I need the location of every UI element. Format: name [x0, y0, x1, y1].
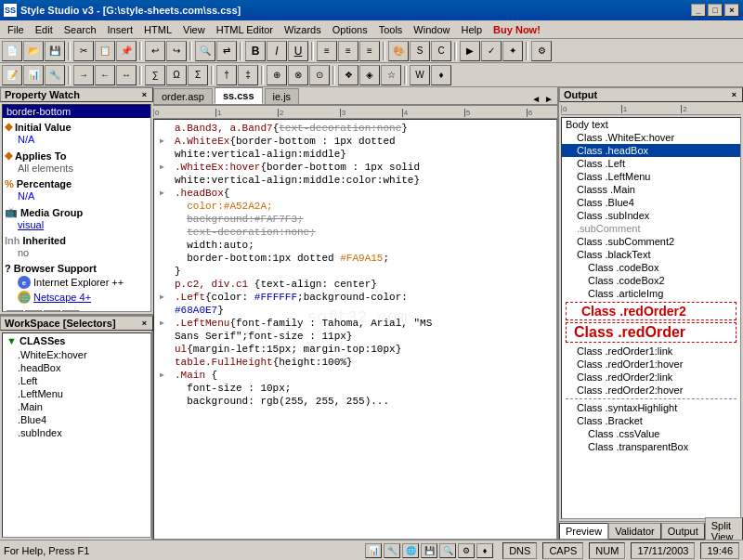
tb-align-left[interactable]: ≡	[317, 41, 337, 61]
oc-redorder1hover[interactable]: Class .redOrder1:hover	[562, 358, 740, 371]
oc-codebox[interactable]: Class .codeBox	[562, 261, 740, 274]
tb-class[interactable]: C	[431, 41, 451, 61]
tb-new[interactable]: 📄	[2, 41, 22, 61]
status-tb-4[interactable]: 💾	[421, 543, 437, 558]
oc-subindex[interactable]: Class .subIndex	[562, 209, 740, 222]
tb-open[interactable]: 📂	[23, 41, 44, 61]
menu-window[interactable]: Window	[408, 22, 455, 37]
tb2-2[interactable]: 📊	[23, 65, 44, 85]
tb2-17[interactable]: ☆	[381, 65, 401, 85]
tb-search[interactable]: 🔍	[195, 41, 215, 61]
oc-redorder2[interactable]: Class .redOrder2	[567, 303, 736, 319]
ob-tab-output[interactable]: Output	[661, 523, 705, 540]
oc-cssvalue[interactable]: Class .cssValue	[562, 427, 740, 440]
tb-settings[interactable]: ⚙	[531, 41, 552, 61]
tb2-8[interactable]: Ω	[166, 65, 187, 85]
editor-nav-left[interactable]: ◄	[531, 94, 541, 104]
status-tb-1[interactable]: 📊	[365, 543, 382, 558]
tb-bold[interactable]: B	[245, 41, 266, 61]
oc-transparentbox[interactable]: Class .transparentBox	[562, 440, 740, 453]
ws-item-main[interactable]: .Main	[3, 400, 150, 413]
ob-tab-preview[interactable]: Preview	[559, 523, 608, 540]
tb-align-center[interactable]: ≡	[338, 41, 358, 61]
ws-item-headbox[interactable]: .headBox	[3, 361, 150, 374]
oc-bracket[interactable]: Class .Bracket	[562, 414, 740, 427]
tb2-3[interactable]: 🔧	[45, 65, 65, 85]
tb2-5[interactable]: ←	[95, 65, 115, 85]
minimize-button[interactable]: _	[691, 4, 706, 17]
menu-options[interactable]: Options	[327, 22, 373, 37]
property-watch-close[interactable]: ×	[140, 90, 149, 99]
menu-tools[interactable]: Tools	[373, 22, 409, 37]
menu-html-editor[interactable]: HTML Editor	[211, 22, 279, 37]
tb2-9[interactable]: Σ	[188, 65, 208, 85]
tb-replace[interactable]: ⇄	[216, 41, 237, 61]
menu-insert[interactable]: Insert	[102, 22, 139, 37]
maximize-button[interactable]: □	[708, 4, 723, 17]
oc-redorder2hover[interactable]: Class .redOrder2:hover	[562, 384, 740, 397]
tb-undo[interactable]: ↩	[145, 41, 165, 61]
oc-syntaxhighlight[interactable]: Class .syntaxHighlight	[562, 401, 740, 414]
status-tb-2[interactable]: 🔧	[384, 543, 400, 558]
tb-validate[interactable]: ✓	[481, 41, 502, 61]
tb2-1[interactable]: 📝	[2, 65, 22, 85]
tb2-6[interactable]: ↔	[116, 65, 137, 85]
oc-redorder2link[interactable]: Class .redOrder2:link	[562, 371, 740, 384]
oc-articleimg[interactable]: Class .articleImg	[562, 287, 740, 300]
tb2-15[interactable]: ❖	[338, 65, 358, 85]
menu-search[interactable]: Search	[59, 22, 102, 37]
menu-help[interactable]: Help	[455, 22, 488, 37]
status-tb-5[interactable]: 🔍	[439, 543, 456, 558]
oc-whiteex-hover[interactable]: Class .WhiteEx:hover	[562, 131, 740, 144]
tb-underline[interactable]: U	[288, 41, 308, 61]
tb2-14[interactable]: ⊙	[309, 65, 330, 85]
tb-preview[interactable]: ▶	[460, 41, 480, 61]
oc-redorder[interactable]: Class .redOrder	[567, 323, 736, 342]
oc-leftmenu[interactable]: Class .LeftMenu	[562, 170, 740, 183]
oc-blacktext[interactable]: Class .blackText	[562, 248, 740, 261]
workspace-root[interactable]: ▼ CLASSes	[3, 333, 150, 348]
tb-color[interactable]: 🎨	[388, 41, 409, 61]
tb-wizard[interactable]: ✦	[502, 41, 523, 61]
status-tb-6[interactable]: ⚙	[458, 543, 475, 558]
window-controls[interactable]: _ □ ×	[691, 4, 739, 17]
tb-align-right[interactable]: ≡	[359, 41, 380, 61]
menu-buy-now[interactable]: Buy Now!	[488, 22, 546, 37]
output-close[interactable]: ×	[730, 90, 738, 99]
tb-style[interactable]: S	[410, 41, 430, 61]
ws-item-blue4[interactable]: .Blue4	[3, 413, 150, 426]
ws-item-leftmenu[interactable]: .LeftMenu	[3, 387, 150, 400]
oc-body-text[interactable]: Body text	[562, 118, 740, 131]
tab-order-asp[interactable]: order.asp	[153, 88, 213, 104]
oc-subcomment2[interactable]: Class .subComment2	[562, 235, 740, 248]
menu-wizards[interactable]: Wizards	[279, 22, 327, 37]
tb2-12[interactable]: ⊕	[267, 65, 287, 85]
tb-save[interactable]: 💾	[45, 41, 65, 61]
pw-icon-4[interactable]: 💬	[62, 310, 79, 312]
workspace-close[interactable]: ×	[140, 319, 149, 328]
menu-edit[interactable]: Edit	[30, 22, 59, 37]
oc-blue4[interactable]: Class .Blue4	[562, 196, 740, 209]
ob-tab-validator[interactable]: Validator	[608, 523, 661, 540]
tb-copy[interactable]: 📋	[95, 41, 115, 61]
tb-italic[interactable]: I	[267, 41, 287, 61]
menu-file[interactable]: File	[2, 22, 30, 37]
oc-redorder1link[interactable]: Class .redOrder1:link	[562, 345, 740, 358]
code-editor[interactable]: soft32.com a.Band3, a.Band7{text-decorat…	[153, 119, 557, 540]
ws-item-whiteex[interactable]: .WhiteEx:hover	[3, 348, 150, 361]
tb2-11[interactable]: ‡	[238, 65, 258, 85]
oc-codebox2[interactable]: Class .codeBox2	[562, 274, 740, 287]
menu-html[interactable]: HTML	[138, 22, 177, 37]
ws-item-subindex[interactable]: .subIndex	[3, 426, 150, 439]
oc-left[interactable]: Class .Left	[562, 157, 740, 170]
pw-icon-3[interactable]: 🔧	[44, 310, 60, 312]
tab-ss-css[interactable]: ss.css	[215, 87, 263, 104]
media-group-value[interactable]: visual	[5, 219, 149, 230]
status-tb-3[interactable]: 🌐	[402, 543, 419, 558]
ob-tab-splitview[interactable]: Split View	[705, 517, 743, 540]
tb2-16[interactable]: ◈	[359, 65, 380, 85]
ws-item-left[interactable]: .Left	[3, 374, 150, 387]
pw-selected-property[interactable]: border-bottom	[3, 105, 150, 118]
tb2-10[interactable]: †	[216, 65, 237, 85]
tb-cut[interactable]: ✂	[73, 41, 94, 61]
